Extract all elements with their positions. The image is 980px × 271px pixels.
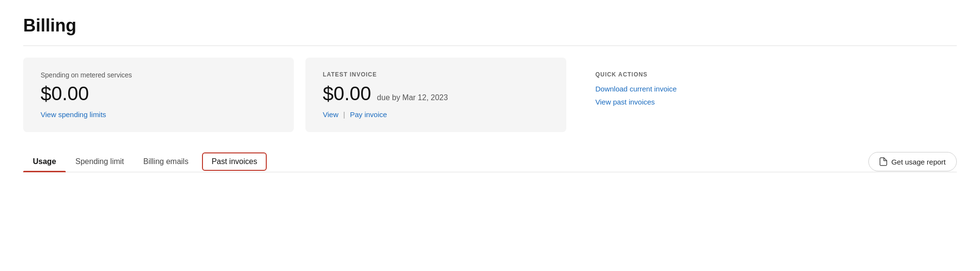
invoice-separator: | [343, 110, 345, 119]
tab-past-invoices[interactable]: Past invoices [202, 152, 267, 171]
invoice-due-text: due by Mar 12, 2023 [377, 93, 448, 102]
quick-actions-card: QUICK ACTIONS Download current invoice V… [578, 58, 957, 132]
download-current-invoice-link[interactable]: Download current invoice [595, 85, 939, 93]
doc-icon [879, 157, 887, 166]
spending-amount: $0.00 [41, 83, 276, 105]
billing-page: Billing Spending on metered services $0.… [0, 0, 980, 271]
spending-card-label: Spending on metered services [41, 71, 276, 79]
tab-spending-limit[interactable]: Spending limit [66, 151, 134, 172]
invoice-card-label: LATEST INVOICE [323, 71, 549, 78]
page-title: Billing [23, 15, 957, 36]
tab-billing-emails[interactable]: Billing emails [134, 151, 198, 172]
invoice-actions: View | Pay invoice [323, 110, 549, 119]
invoice-card: LATEST INVOICE $0.00 due by Mar 12, 2023… [305, 58, 566, 132]
view-invoice-link[interactable]: View [323, 110, 338, 119]
top-divider [23, 45, 957, 46]
cards-row: Spending on metered services $0.00 View … [23, 58, 957, 132]
view-past-invoices-link[interactable]: View past invoices [595, 98, 939, 106]
view-spending-limits-link[interactable]: View spending limits [41, 110, 106, 119]
pay-invoice-link[interactable]: Pay invoice [350, 110, 387, 119]
tabs-list: Usage Spending limit Billing emails Past… [23, 151, 868, 172]
invoice-amount: $0.00 [323, 83, 371, 105]
tab-usage[interactable]: Usage [23, 151, 66, 172]
get-usage-label: Get usage report [891, 158, 946, 166]
invoice-amount-row: $0.00 due by Mar 12, 2023 [323, 83, 549, 105]
get-usage-report-button[interactable]: Get usage report [868, 152, 957, 171]
tabs-row: Usage Spending limit Billing emails Past… [23, 151, 957, 172]
quick-actions-label: QUICK ACTIONS [595, 71, 939, 78]
spending-card: Spending on metered services $0.00 View … [23, 58, 294, 132]
